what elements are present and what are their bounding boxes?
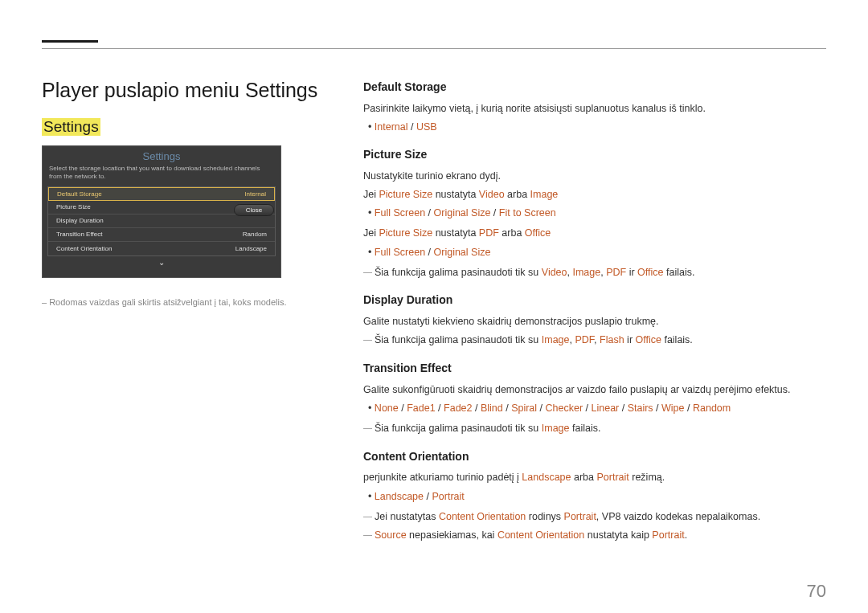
options-default-storage: Internal / USB xyxy=(368,120,826,135)
header-accent-bar xyxy=(42,40,98,43)
transition-effect-options: None / Fade1 / Fade2 / Blind / Spiral / … xyxy=(368,401,826,416)
figure-title: Settings xyxy=(43,146,280,165)
heading-default-storage: Default Storage xyxy=(363,79,826,96)
figure-close-button: Close xyxy=(234,204,274,216)
section-settings-heading: Settings xyxy=(42,118,100,136)
figure-row-label: Picture Size xyxy=(56,203,91,210)
figure-row-value: Landscape xyxy=(235,245,267,252)
settings-figure: Settings Select the storage location tha… xyxy=(42,145,281,278)
header-divider xyxy=(42,48,826,49)
figure-row-content-orientation: Content Orientation Landscape xyxy=(48,242,275,255)
desc-default-storage: Pasirinkite laikymo vietą, į kurią norit… xyxy=(363,101,826,116)
figure-list: Default Storage Internal Picture Size Di… xyxy=(47,186,276,256)
note-transition-effect: Šia funkcija galima pasinaudoti tik su I… xyxy=(363,421,826,436)
heading-content-orientation: Content Orientation xyxy=(363,448,826,466)
note-picture-size: Šia funkcija galima pasinaudoti tik su V… xyxy=(363,265,826,280)
figure-row-display-duration: Display Duration xyxy=(48,215,275,228)
figure-subtitle: Select the storage location that you wan… xyxy=(43,165,280,186)
content-orientation-options: Landscape / Portrait xyxy=(368,489,826,505)
right-column: Default Storage Pasirinkite laikymo viet… xyxy=(363,79,826,546)
note-display-duration: Šia funkcija galima pasinaudoti tik su I… xyxy=(363,333,826,348)
page-title: Player puslapio meniu Settings xyxy=(42,79,347,102)
figure-row-default-storage: Default Storage Internal xyxy=(48,187,275,201)
heading-display-duration: Display Duration xyxy=(363,292,826,309)
picture-size-cond-pdf-office: Jei Picture Size nustatyta PDF arba Offi… xyxy=(363,226,826,241)
note-content-orientation-1: Jei nustatytas Content Orientation rodin… xyxy=(363,509,826,525)
figure-row-transition-effect: Transition Effect Random xyxy=(48,228,275,242)
desc-picture-size: Nustatykite turinio ekrano dydį. xyxy=(363,169,826,184)
left-column: Player puslapio meniu Settings Settings … xyxy=(42,79,363,546)
figure-row-value: Random xyxy=(243,231,267,238)
figure-footnote: – Rodomas vaizdas gali skirtis atsižvelg… xyxy=(42,297,347,307)
picture-size-cond-video-image: Jei Picture Size nustatyta Video arba Im… xyxy=(363,187,826,202)
figure-row-label: Transition Effect xyxy=(56,231,102,238)
figure-row-value: Internal xyxy=(244,190,266,198)
figure-row-label: Content Orientation xyxy=(56,245,112,252)
chevron-down-icon: ⌄ xyxy=(43,256,280,267)
desc-transition-effect: Galite sukonfigūruoti skaidrių demonstra… xyxy=(363,382,826,398)
desc-display-duration: Galite nustatyti kiekvieno skaidrių demo… xyxy=(363,314,826,329)
page-content: Player puslapio meniu Settings Settings … xyxy=(42,79,826,546)
figure-row-label: Display Duration xyxy=(56,217,104,224)
heading-transition-effect: Transition Effect xyxy=(363,360,826,378)
heading-picture-size: Picture Size xyxy=(363,146,826,164)
picture-size-options-1: Full Screen / Original Size / Fit to Scr… xyxy=(368,206,826,221)
desc-content-orientation: perjunkite atkuriamo turinio padėtį į La… xyxy=(363,470,826,485)
note-content-orientation-2: Source nepasiekiamas, kai Content Orient… xyxy=(363,528,826,543)
page-number: 70 xyxy=(807,581,826,602)
picture-size-options-2: Full Screen / Original Size xyxy=(368,245,826,260)
figure-row-label: Default Storage xyxy=(57,190,102,198)
